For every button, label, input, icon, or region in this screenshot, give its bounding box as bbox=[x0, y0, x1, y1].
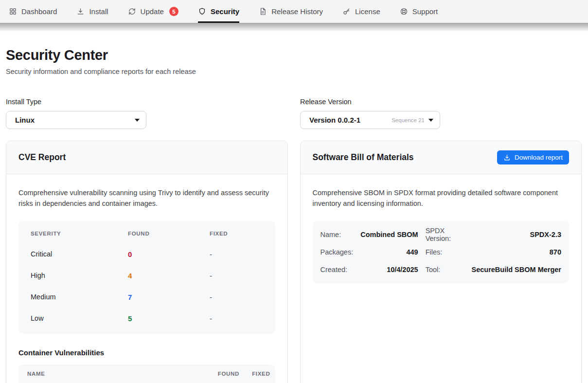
severity-table-header: SEVERITY FOUND FIXED bbox=[18, 224, 275, 243]
nav-label: Security bbox=[211, 7, 239, 16]
sbom-description: Comprehensive SBOM in SPDX format provid… bbox=[313, 188, 568, 209]
sbom-spdx-version-label: SPDX Version: bbox=[426, 226, 464, 243]
sbom-tool-label: Tool: bbox=[426, 261, 464, 278]
fixed-count: - bbox=[210, 250, 275, 258]
nav-label: License bbox=[355, 7, 380, 16]
top-nav: Dashboard Install Update 5 Security Rele… bbox=[0, 0, 588, 23]
fixed-count: - bbox=[210, 293, 275, 301]
key-icon bbox=[342, 7, 351, 16]
install-type-label: Install Type bbox=[6, 98, 288, 106]
update-count-badge: 5 bbox=[169, 7, 178, 16]
col-fixed: FIXED bbox=[210, 231, 275, 237]
nav-label: Update bbox=[141, 7, 164, 16]
release-version-label: Release Version bbox=[300, 98, 440, 106]
nav-item-support[interactable]: Support bbox=[400, 0, 438, 23]
found-count: 4 bbox=[128, 272, 210, 280]
col-severity: SEVERITY bbox=[31, 231, 128, 237]
cve-card-header: CVE Report bbox=[6, 141, 287, 174]
cve-report-card: CVE Report Comprehensive vulnerability s… bbox=[6, 141, 288, 383]
sbom-card-title: Software Bill of Materials bbox=[313, 152, 414, 163]
sbom-created-label: Created: bbox=[321, 261, 354, 278]
sbom-card-header: Software Bill of Materials Download repo… bbox=[301, 141, 582, 174]
severity-summary-table: SEVERITY FOUND FIXED Critical 0 - High 4… bbox=[18, 221, 275, 334]
cve-description: Comprehensive vulnerability scanning usi… bbox=[18, 188, 274, 209]
sbom-spdx-version-value: SPDX-2.3 bbox=[471, 226, 561, 243]
document-icon bbox=[259, 7, 267, 16]
download-report-label: Download report bbox=[515, 154, 563, 161]
report-cards: CVE Report Comprehensive vulnerability s… bbox=[6, 141, 582, 383]
container-vulnerabilities-table-header: NAME FOUND FIXED bbox=[18, 365, 275, 383]
fixed-count: - bbox=[210, 314, 275, 323]
sbom-tool-value: SecureBuild SBOM Merger bbox=[471, 261, 561, 278]
download-icon bbox=[503, 154, 511, 161]
col-fixed: FIXED bbox=[252, 371, 270, 377]
install-type-value: Linux bbox=[15, 116, 131, 124]
install-type-select[interactable]: Linux bbox=[6, 111, 146, 129]
page-subtitle: Security information and compliance repo… bbox=[6, 68, 582, 75]
table-row-medium: Medium 7 - bbox=[18, 286, 275, 308]
chevron-down-icon bbox=[428, 119, 433, 122]
table-row-low: Low 5 - bbox=[18, 308, 275, 329]
release-sequence-hint: Sequence 21 bbox=[392, 117, 425, 123]
main-content: Security Center Security information and… bbox=[0, 47, 588, 383]
severity-label: Critical bbox=[31, 250, 128, 258]
container-vulnerabilities-title: Container Vulnerabilities bbox=[18, 348, 275, 357]
shield-icon bbox=[198, 7, 206, 16]
filters-row: Install Type Linux Release Version Versi… bbox=[6, 98, 582, 129]
col-found: FOUND bbox=[128, 231, 210, 237]
nav-item-release-history[interactable]: Release History bbox=[259, 0, 323, 23]
cve-card-body: Comprehensive vulnerability scanning usi… bbox=[6, 174, 287, 383]
table-row-high: High 4 - bbox=[18, 265, 275, 286]
nav-item-install[interactable]: Install bbox=[76, 0, 108, 23]
release-version-select[interactable]: Version 0.0.2-1 Sequence 21 bbox=[300, 111, 440, 129]
cve-card-title: CVE Report bbox=[18, 152, 66, 163]
sbom-packages-value: 449 bbox=[360, 243, 418, 261]
download-icon bbox=[76, 7, 85, 16]
sbom-files-label: Files: bbox=[426, 243, 464, 261]
nav-item-license[interactable]: License bbox=[342, 0, 380, 23]
nav-item-update[interactable]: Update 5 bbox=[128, 0, 178, 23]
download-report-button[interactable]: Download report bbox=[497, 150, 569, 164]
fixed-count: - bbox=[210, 272, 275, 280]
nav-label: Release History bbox=[271, 7, 323, 16]
col-name: NAME bbox=[27, 371, 218, 377]
sbom-card-body: Comprehensive SBOM in SPDX format provid… bbox=[301, 174, 582, 295]
sbom-files-value: 870 bbox=[471, 243, 561, 261]
severity-label: High bbox=[31, 272, 128, 279]
release-version-filter: Release Version Version 0.0.2-1 Sequence… bbox=[300, 98, 440, 129]
table-row-critical: Critical 0 - bbox=[18, 243, 275, 265]
header-shadow bbox=[0, 23, 588, 32]
lifebuoy-icon bbox=[400, 7, 408, 16]
chevron-down-icon bbox=[135, 119, 140, 122]
nav-item-security[interactable]: Security bbox=[198, 0, 239, 23]
nav-label: Support bbox=[412, 7, 438, 16]
nav-label: Dashboard bbox=[21, 7, 57, 16]
sbom-details-grid: Name: Combined SBOM SPDX Version: SPDX-2… bbox=[313, 221, 570, 283]
page-title: Security Center bbox=[6, 47, 582, 63]
sbom-name-value: Combined SBOM bbox=[360, 226, 418, 243]
col-found: FOUND bbox=[218, 371, 239, 377]
refresh-icon bbox=[128, 7, 136, 16]
sbom-created-value: 10/4/2025 bbox=[360, 261, 418, 278]
sbom-packages-label: Packages: bbox=[321, 243, 354, 261]
severity-label: Medium bbox=[31, 293, 128, 301]
severity-label: Low bbox=[31, 314, 128, 322]
sbom-name-label: Name: bbox=[321, 226, 354, 243]
dashboard-grid-icon bbox=[9, 7, 17, 16]
nav-item-dashboard[interactable]: Dashboard bbox=[9, 0, 57, 23]
release-version-value: Version 0.0.2-1 bbox=[309, 116, 392, 124]
nav-label: Install bbox=[89, 7, 108, 16]
install-type-filter: Install Type Linux bbox=[6, 98, 288, 129]
found-count: 0 bbox=[128, 250, 210, 258]
sbom-card: Software Bill of Materials Download repo… bbox=[300, 141, 582, 383]
found-count: 7 bbox=[128, 293, 210, 301]
found-count: 5 bbox=[128, 314, 210, 323]
